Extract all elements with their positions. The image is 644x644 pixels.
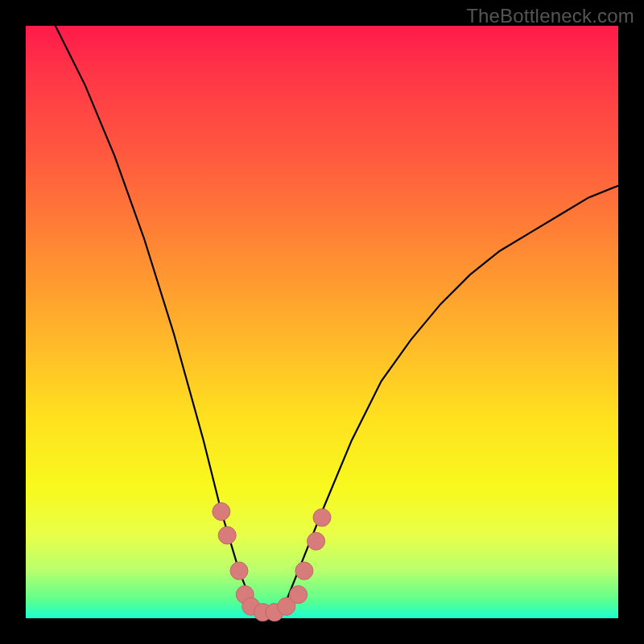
bottleneck-curve	[56, 26, 618, 613]
chart-frame: TheBottleneck.com	[0, 0, 644, 644]
chart-svg	[26, 26, 618, 618]
marker-ring	[213, 503, 331, 621]
plot-area	[26, 26, 618, 618]
watermark-text: TheBottleneck.com	[466, 5, 634, 27]
